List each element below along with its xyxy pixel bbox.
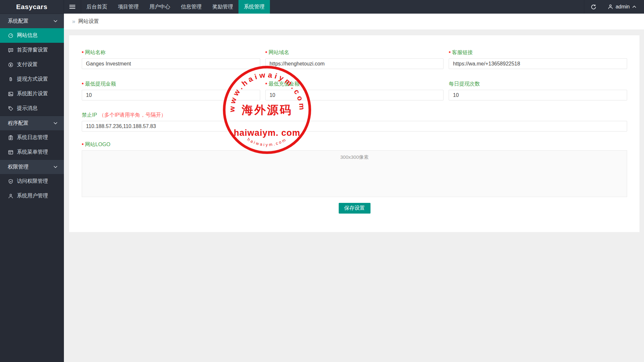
comment-icon <box>8 48 13 53</box>
sidebar-item-home-popup[interactable]: 首页弹窗设置 <box>0 43 64 57</box>
sidebar-item-withdraw-method[interactable]: 提现方式设置 <box>0 72 64 87</box>
sidebar-item-payment[interactable]: 支付设置 <box>0 57 64 72</box>
topbar: Easycars 后台首页 项目管理 用户中心 信息管理 奖励管理 系统管理 a… <box>0 0 644 14</box>
nav-item-rewards[interactable]: 奖励管理 <box>207 0 238 14</box>
page-title: 网站设置 <box>78 18 99 25</box>
sidebar-item-system-menus[interactable]: 系统菜单管理 <box>0 145 64 159</box>
sidebar-item-system-logs[interactable]: 系统日志管理 <box>0 130 64 145</box>
nav-item-users[interactable]: 用户中心 <box>144 0 176 14</box>
field-banned-ip: 禁止IP （多个IP请用半角，号隔开） <box>82 112 627 132</box>
nav-item-system[interactable]: 系统管理 <box>238 0 270 14</box>
main-content: » 网站设置 *网站名称 *网站域名 *客服链接 *最低提现金额 <box>64 14 644 362</box>
required-marker: * <box>82 50 84 55</box>
chevron-down-icon <box>54 20 57 22</box>
required-marker: * <box>82 142 84 147</box>
hamburger-icon[interactable] <box>64 0 81 14</box>
window-icon <box>8 150 13 155</box>
chevron-down-icon <box>54 166 57 168</box>
sidebar-item-label: 系统用户管理 <box>17 193 48 199</box>
required-marker: * <box>265 81 267 87</box>
required-marker: * <box>265 50 267 55</box>
user-menu[interactable]: admin <box>603 0 644 14</box>
sidebar-item-label: 访问权限管理 <box>17 178 48 185</box>
sidebar-group-permissions[interactable]: 权限管理 <box>0 159 64 174</box>
chevron-down-icon <box>54 122 57 124</box>
breadcrumb: » 网站设置 <box>64 14 644 30</box>
site-domain-input[interactable] <box>265 58 444 69</box>
top-nav: 后台首页 项目管理 用户中心 信息管理 奖励管理 系统管理 <box>81 0 270 14</box>
required-marker: * <box>82 81 84 87</box>
sidebar-item-label: 支付设置 <box>17 61 38 68</box>
sidebar-item-label: 系统图片设置 <box>17 90 48 97</box>
image-icon <box>8 91 13 97</box>
field-label: 网站LOGO <box>85 141 110 148</box>
field-site-domain: *网站域名 <box>265 49 444 69</box>
sidebar-item-system-images[interactable]: 系统图片设置 <box>0 87 64 101</box>
shield-check-icon <box>8 179 13 184</box>
logo-upload-area[interactable]: 300x300像素 <box>82 150 627 197</box>
sidebar-group-program-config[interactable]: 程序配置 <box>0 116 64 130</box>
sidebar-item-label: 首页弹窗设置 <box>17 47 48 53</box>
sidebar: 系统配置 网站信息 首页弹窗设置 支付设置 提现方式设置 系统图片设置 <box>0 14 64 362</box>
field-min-recharge: *最低充值金额 <box>265 81 444 100</box>
field-label: 客服链接 <box>452 49 473 56</box>
sidebar-group-label: 权限管理 <box>8 164 29 170</box>
sidebar-item-label: 系统菜单管理 <box>17 149 48 156</box>
gauge-icon <box>8 33 13 38</box>
banned-ip-input[interactable] <box>82 121 627 132</box>
settings-form-card: *网站名称 *网站域名 *客服链接 *最低提现金额 *最低充值金额 <box>69 35 639 232</box>
field-hint: （多个IP请用半角，号隔开） <box>99 112 166 119</box>
field-label: 最低充值金额 <box>269 81 300 88</box>
sidebar-group-label: 系统配置 <box>8 18 29 25</box>
field-site-name: *网站名称 <box>82 49 260 69</box>
field-label: 最低提现金额 <box>85 81 116 88</box>
breadcrumb-separator-icon: » <box>72 18 75 25</box>
app-logo[interactable]: Easycars <box>0 0 64 14</box>
field-label: 每日提现次数 <box>449 81 480 88</box>
required-marker: * <box>449 50 451 55</box>
nav-item-info[interactable]: 信息管理 <box>176 0 207 14</box>
sidebar-item-label: 系统日志管理 <box>17 134 48 141</box>
min-withdraw-input[interactable] <box>82 90 260 100</box>
clipboard-icon <box>8 135 13 140</box>
daily-withdraw-count-input[interactable] <box>449 90 627 100</box>
tag-icon <box>8 106 13 111</box>
sidebar-item-site-info[interactable]: 网站信息 <box>0 28 64 43</box>
bitcoin-icon <box>8 77 13 82</box>
field-service-link: *客服链接 <box>449 49 627 69</box>
nav-item-projects[interactable]: 项目管理 <box>113 0 144 14</box>
logo-size-note: 300x300像素 <box>340 154 369 160</box>
yen-circle-icon <box>8 62 13 67</box>
sidebar-item-label: 提现方式设置 <box>17 76 48 83</box>
min-recharge-input[interactable] <box>265 90 444 100</box>
nav-item-home[interactable]: 后台首页 <box>81 0 113 14</box>
sidebar-group-label: 程序配置 <box>8 120 29 127</box>
person-icon <box>608 4 613 9</box>
sidebar-item-access-permission[interactable]: 访问权限管理 <box>0 174 64 189</box>
field-label: 禁止IP <box>82 112 97 119</box>
service-link-input[interactable] <box>449 58 627 69</box>
save-settings-button[interactable]: 保存设置 <box>339 203 371 214</box>
field-min-withdraw: *最低提现金额 <box>82 81 260 100</box>
chevron-up-icon <box>632 6 636 8</box>
field-label: 网站名称 <box>85 49 106 56</box>
sidebar-group-system-config[interactable]: 系统配置 <box>0 14 64 28</box>
field-daily-withdraw-count: 每日提现次数 <box>449 81 627 100</box>
person-icon <box>8 193 13 199</box>
field-site-logo: *网站LOGO 300x300像素 <box>82 141 627 197</box>
sidebar-item-system-users[interactable]: 系统用户管理 <box>0 189 64 203</box>
username: admin <box>615 4 630 10</box>
site-name-input[interactable] <box>82 58 260 69</box>
field-label: 网站域名 <box>269 49 289 56</box>
sidebar-item-label: 网站信息 <box>17 32 38 39</box>
refresh-icon[interactable] <box>584 0 603 14</box>
sidebar-item-tip-message[interactable]: 提示消息 <box>0 101 64 116</box>
sidebar-item-label: 提示消息 <box>17 105 38 112</box>
topbar-right: admin <box>584 0 644 14</box>
